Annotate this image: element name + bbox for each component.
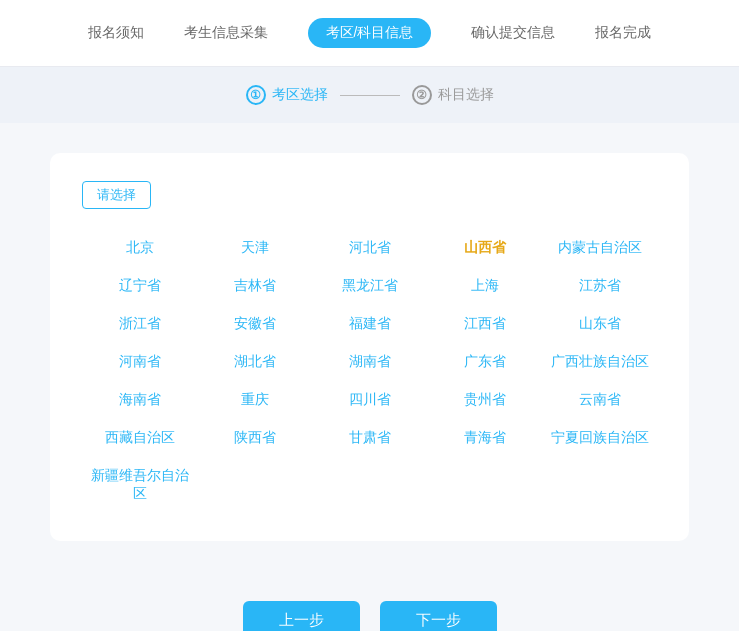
region-item-29[interactable]: 宁夏回族自治区 xyxy=(542,419,657,457)
bottom-buttons: 上一步 下一步 xyxy=(0,571,739,631)
nav-item-考区/科目信息[interactable]: 考区/科目信息 xyxy=(308,18,432,48)
region-item-23[interactable]: 贵州省 xyxy=(427,381,542,419)
region-item-21[interactable]: 重庆 xyxy=(197,381,312,419)
region-item-17[interactable]: 湖南省 xyxy=(312,343,427,381)
region-item-13[interactable]: 江西省 xyxy=(427,305,542,343)
region-item-0[interactable]: 北京 xyxy=(82,229,197,267)
nav-item-确认提交信息[interactable]: 确认提交信息 xyxy=(471,24,555,42)
step-num-0: ① xyxy=(246,85,266,105)
region-item-16[interactable]: 湖北省 xyxy=(197,343,312,381)
step-divider xyxy=(340,95,400,96)
region-item-15[interactable]: 河南省 xyxy=(82,343,197,381)
region-item-24[interactable]: 云南省 xyxy=(542,381,657,419)
region-item-10[interactable]: 浙江省 xyxy=(82,305,197,343)
selection-box: 请选择 北京天津河北省山西省内蒙古自治区辽宁省吉林省黑龙江省上海江苏省浙江省安徽… xyxy=(50,153,689,541)
region-item-11[interactable]: 安徽省 xyxy=(197,305,312,343)
nav-item-报名须知[interactable]: 报名须知 xyxy=(88,24,144,42)
next-button[interactable]: 下一步 xyxy=(380,601,497,631)
region-item-6[interactable]: 吉林省 xyxy=(197,267,312,305)
step-label-0: 考区选择 xyxy=(272,86,328,104)
main-content: 请选择 北京天津河北省山西省内蒙古自治区辽宁省吉林省黑龙江省上海江苏省浙江省安徽… xyxy=(0,123,739,571)
region-item-27[interactable]: 甘肃省 xyxy=(312,419,427,457)
step-bar: ①考区选择②科目选择 xyxy=(0,67,739,123)
region-item-18[interactable]: 广东省 xyxy=(427,343,542,381)
region-item-1[interactable]: 天津 xyxy=(197,229,312,267)
region-item-19[interactable]: 广西壮族自治区 xyxy=(542,343,657,381)
region-item-8[interactable]: 上海 xyxy=(427,267,542,305)
region-item-7[interactable]: 黑龙江省 xyxy=(312,267,427,305)
nav-item-考生信息采集[interactable]: 考生信息采集 xyxy=(184,24,268,42)
region-item-26[interactable]: 陕西省 xyxy=(197,419,312,457)
region-item-14[interactable]: 山东省 xyxy=(542,305,657,343)
please-select-button[interactable]: 请选择 xyxy=(82,181,151,209)
region-item-28[interactable]: 青海省 xyxy=(427,419,542,457)
nav-item-报名完成[interactable]: 报名完成 xyxy=(595,24,651,42)
step-item-1: ②科目选择 xyxy=(412,85,494,105)
top-nav: 报名须知考生信息采集考区/科目信息确认提交信息报名完成 xyxy=(0,0,739,67)
region-item-30[interactable]: 新疆维吾尔自治区 xyxy=(82,457,197,513)
step-item-0: ①考区选择 xyxy=(246,85,328,105)
step-label-1: 科目选择 xyxy=(438,86,494,104)
region-item-12[interactable]: 福建省 xyxy=(312,305,427,343)
prev-button[interactable]: 上一步 xyxy=(243,601,360,631)
step-num-1: ② xyxy=(412,85,432,105)
region-item-25[interactable]: 西藏自治区 xyxy=(82,419,197,457)
region-item-2[interactable]: 河北省 xyxy=(312,229,427,267)
region-item-3[interactable]: 山西省 xyxy=(427,229,542,267)
region-item-20[interactable]: 海南省 xyxy=(82,381,197,419)
region-item-22[interactable]: 四川省 xyxy=(312,381,427,419)
region-item-5[interactable]: 辽宁省 xyxy=(82,267,197,305)
region-item-4[interactable]: 内蒙古自治区 xyxy=(542,229,657,267)
region-item-9[interactable]: 江苏省 xyxy=(542,267,657,305)
region-grid: 北京天津河北省山西省内蒙古自治区辽宁省吉林省黑龙江省上海江苏省浙江省安徽省福建省… xyxy=(82,229,657,513)
